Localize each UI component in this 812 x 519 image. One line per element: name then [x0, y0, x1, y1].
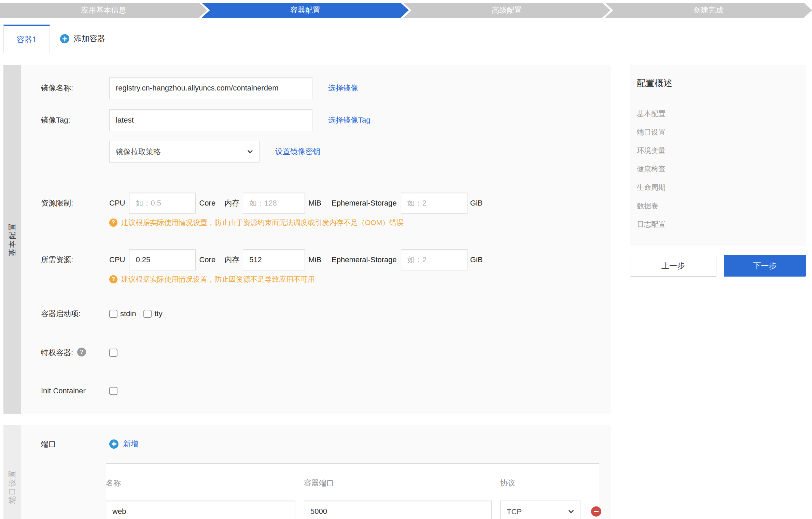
- tab-container-1[interactable]: 容器1: [3, 25, 50, 53]
- cpu-label: CPU: [109, 255, 125, 264]
- container-tab-bar: 容器1 添加容器: [0, 25, 812, 53]
- mib-unit-label: MiB: [308, 255, 321, 264]
- gib-unit-label: GiB: [470, 255, 483, 264]
- add-port-button[interactable]: 新增: [109, 439, 138, 449]
- tty-checkbox[interactable]: [143, 310, 152, 318]
- add-container-label: 添加容器: [74, 33, 105, 44]
- step-container-config: 容器配置: [202, 3, 409, 18]
- image-name-input[interactable]: [109, 77, 312, 99]
- sidebar: 配置概述 基本配置 端口设置 环境变量 健康检查 生命周期 数据卷 日志配置 上…: [630, 65, 806, 277]
- pull-policy-select[interactable]: 镜像拉取策略: [109, 141, 260, 163]
- tty-label: tty: [154, 309, 162, 318]
- pull-policy-spacer: [41, 141, 109, 163]
- help-icon[interactable]: ?: [77, 348, 86, 356]
- stdin-checkbox[interactable]: [109, 310, 117, 318]
- next-step-button[interactable]: 下一步: [724, 255, 806, 277]
- question-mark-icon: ?: [109, 275, 117, 283]
- sidebar-item-env-vars[interactable]: 环境变量: [637, 141, 796, 160]
- resource-limit-hint-text: 建议根据实际使用情况设置，防止由于资源约束而无法调度或引发内存不足（OOM）错误: [121, 218, 404, 227]
- privileged-label-group: 特权容器: ?: [41, 347, 109, 358]
- step-advanced-config: 高级配置: [403, 3, 611, 18]
- basic-config-strip: 基本配置: [3, 65, 21, 414]
- port-table-header: 名称 容器端口 协议: [106, 478, 599, 488]
- limit-cpu-input[interactable]: [129, 193, 196, 214]
- mib-unit-label: MiB: [308, 199, 321, 208]
- main-area: 基本配置 镜像名称: 选择镜像 镜像Tag: 选择镜像Tag: [0, 65, 812, 519]
- resource-request-fields: CPU Core 内存 MiB Ephemeral-Storage GiB: [109, 249, 483, 270]
- start-options-row: 容器启动项: stdin tty: [41, 308, 602, 319]
- port-label: 端口: [41, 438, 109, 449]
- image-tag-row: 镜像Tag: 选择镜像Tag: [41, 109, 602, 131]
- port-name-cell: [106, 501, 304, 519]
- resource-limit-fields: CPU Core 内存 MiB Ephemeral-Storage GiB: [109, 193, 483, 214]
- sidebar-item-lifecycle[interactable]: 生命周期: [637, 178, 796, 197]
- config-overview-title: 配置概述: [637, 77, 796, 89]
- resource-limit-row: 资源限制: CPU Core 内存 MiB Ephemeral-Storage …: [41, 193, 602, 214]
- wizard-buttons: 上一步 下一步: [630, 255, 806, 277]
- container-port-cell: [304, 501, 500, 519]
- init-container-row: Init Container: [41, 386, 602, 395]
- start-options-fields: stdin tty: [109, 308, 167, 319]
- privileged-label: 特权容器:: [41, 348, 73, 358]
- resource-request-hint-text: 建议根据实际使用情况设置，防止因资源不足导致应用不可用: [121, 275, 315, 284]
- config-overview-panel: 配置概述 基本配置 端口设置 环境变量 健康检查 生命周期 数据卷 日志配置: [630, 65, 806, 246]
- sidebar-item-basic-config[interactable]: 基本配置: [637, 104, 796, 123]
- form-column: 基本配置 镜像名称: 选择镜像 镜像Tag: 选择镜像Tag: [0, 65, 611, 519]
- request-cpu-input[interactable]: [129, 249, 196, 270]
- previous-step-button[interactable]: 上一步: [630, 255, 716, 277]
- section-basic-config: 基本配置 镜像名称: 选择镜像 镜像Tag: 选择镜像Tag: [3, 65, 611, 414]
- port-table: 名称 容器端口 协议: [106, 463, 599, 519]
- container-port-input[interactable]: [304, 501, 492, 519]
- resource-limit-hint: ? 建议根据实际使用情况设置，防止由于资源约束而无法调度或引发内存不足（OOM）…: [109, 218, 602, 227]
- cpu-label: CPU: [109, 199, 125, 208]
- limit-storage-input[interactable]: [401, 193, 467, 214]
- divider: [637, 99, 796, 99]
- limit-memory-input[interactable]: [243, 193, 305, 214]
- set-image-secret-link[interactable]: 设置镜像密钥: [275, 141, 320, 163]
- resource-limit-label: 资源限制:: [41, 193, 109, 214]
- request-storage-input[interactable]: [401, 249, 467, 270]
- request-memory-input[interactable]: [243, 249, 305, 270]
- memory-label: 内存: [224, 255, 239, 265]
- sidebar-item-health-check[interactable]: 健康检查: [637, 160, 796, 178]
- basic-config-strip-label: 基本配置: [7, 222, 17, 256]
- select-image-tag-link[interactable]: 选择镜像Tag: [328, 109, 370, 131]
- container-port-header: 容器端口: [304, 478, 500, 488]
- port-name-header: 名称: [106, 478, 304, 488]
- port-name-input[interactable]: [106, 501, 295, 519]
- port-settings-strip-label: 端口设置: [7, 469, 17, 504]
- port-settings-content: 端口 新增 名称 容器端口 协议: [21, 425, 611, 519]
- section-port-settings: 端口设置 端口 新增 名称 容器端口 协议: [3, 425, 611, 519]
- privileged-fields: [109, 347, 117, 358]
- step-create-complete: 创建完成: [605, 3, 812, 18]
- step-app-basic-info: 应用基本信息: [0, 3, 207, 18]
- privileged-row: 特权容器: ?: [41, 347, 602, 358]
- basic-config-content: 镜像名称: 选择镜像 镜像Tag: 选择镜像Tag 镜像拉取策略: [21, 65, 611, 414]
- core-unit-label: Core: [199, 199, 215, 208]
- core-unit-label: Core: [199, 255, 215, 264]
- image-name-row: 镜像名称: 选择镜像: [41, 77, 602, 99]
- ephemeral-storage-label: Ephemeral-Storage: [332, 199, 397, 208]
- protocol-select[interactable]: TCP: [500, 501, 580, 519]
- sidebar-item-volumes[interactable]: 数据卷: [637, 197, 796, 215]
- init-container-fields: [109, 386, 117, 395]
- init-container-checkbox[interactable]: [109, 387, 117, 395]
- init-container-label: Init Container: [41, 386, 109, 395]
- image-tag-input[interactable]: [109, 109, 312, 131]
- select-image-link[interactable]: 选择镜像: [328, 77, 358, 99]
- sidebar-item-port-settings[interactable]: 端口设置: [637, 123, 796, 141]
- table-row: TCP: [106, 501, 599, 519]
- delete-port-button[interactable]: [591, 506, 601, 517]
- plus-icon: [109, 439, 118, 449]
- gib-unit-label: GiB: [470, 199, 483, 208]
- question-mark-icon: ?: [109, 219, 117, 227]
- resource-request-label: 所需资源:: [41, 249, 109, 270]
- port-settings-strip: 端口设置: [3, 425, 21, 519]
- add-port-label: 新增: [123, 439, 138, 449]
- ephemeral-storage-label: Ephemeral-Storage: [332, 255, 397, 264]
- add-container-button[interactable]: 添加容器: [60, 25, 105, 53]
- privileged-checkbox[interactable]: [109, 349, 117, 357]
- plus-icon: [60, 34, 69, 43]
- sidebar-item-log-config[interactable]: 日志配置: [637, 215, 796, 234]
- step-wizard: 应用基本信息 容器配置 高级配置 创建完成: [0, 3, 812, 18]
